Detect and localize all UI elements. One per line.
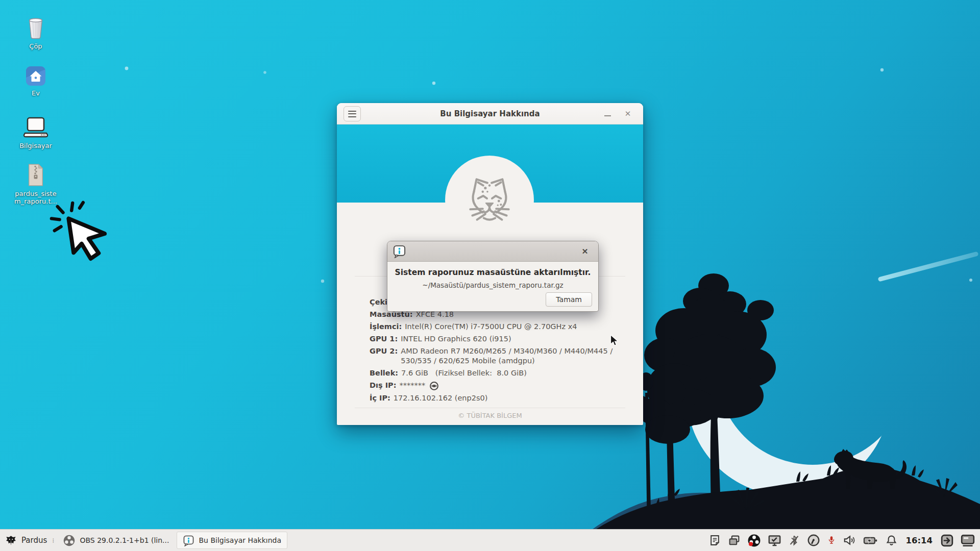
info-row-internal-ip: İç IP: 172.16.102.162 (enp2s0) [370,393,616,403]
menu-button[interactable] [344,106,361,121]
battery-charging-icon[interactable] [863,534,878,547]
computer-icon [22,116,49,139]
info-dialog: ✕ Sistem raporunuz masaüstüne aktarılmış… [387,241,599,312]
info-row-gpu1: GPU 1: INTEL HD Graphics 620 (i915) [370,334,616,344]
workspace-pager-icon[interactable] [961,534,975,547]
info-row-gpu2: GPU 2: AMD Radeon R7 M260/M265 / M340/M3… [370,346,616,366]
trash-icon [25,16,46,39]
pardus-logo-circle [445,156,534,244]
desktop-icon-computer[interactable]: Bilgisayar [5,116,66,149]
pardus-start-icon [5,534,17,547]
archive-file-icon [26,163,45,187]
notification-bell-icon[interactable] [885,534,898,547]
gauge-icon[interactable] [807,534,820,547]
desktop-icon-home[interactable]: Ev [5,66,66,97]
info-row-cpu: İşlemci: Intel(R) Core(TM) i7-7500U CPU … [370,322,616,332]
panel-handle[interactable]: ⁞ [52,537,53,544]
system-tray: 16:14 [708,530,980,551]
pardus-leopard-logo-icon [458,169,521,231]
clock[interactable]: 16:14 [905,536,933,545]
divider [355,408,625,408]
task-button-obs[interactable]: OBS 29.0.2.1-1+b1 (lin... [57,532,175,549]
start-label: Pardus [21,536,47,545]
ok-button[interactable]: Tamam [546,292,592,307]
dialog-file-path: ~/Masaüstü/pardus_sistem_raporu.tar.gz [387,281,598,289]
minimize-button[interactable] [598,103,617,124]
shooting-star [880,254,976,279]
dialog-message: Sistem raporunuz masaüstüne aktarılmıştı… [387,268,598,277]
home-icon [26,66,46,86]
dialog-titlebar[interactable]: ✕ [387,241,598,262]
task-label: Bu Bilgisayar Hakkında [199,536,281,544]
info-row-external-ip: Dış IP: ******* [370,381,616,391]
task-label: OBS 29.0.2.1-1+b1 (lin... [80,536,169,544]
system-info-list: Çekirdek: Masaüstü: XFCE 4.18 İşlemci: I… [370,297,616,406]
microphone-icon[interactable] [827,535,836,546]
window-titlebar[interactable]: Bu Bilgisayar Hakkında ✕ [337,103,643,124]
desktop-icon-trash[interactable]: Çöp [5,16,66,50]
show-ip-eye-icon[interactable] [429,381,439,391]
obs-icon [63,534,76,547]
window-title: Bu Bilgisayar Hakkında [337,109,643,118]
obs-tray-icon[interactable] [747,534,761,547]
dialog-close-button[interactable]: ✕ [578,241,592,262]
info-bubble-icon [183,535,194,546]
notes-icon[interactable] [708,534,721,547]
volume-icon[interactable] [843,534,856,547]
taskbar: Pardus ⁞ OBS 29.0.2.1-1+b1 (lin... Bu Bi… [0,529,980,551]
desktop-icon-label: Ev [32,89,40,97]
desktop-icon-label: Çöp [29,42,42,50]
bluetooth-disabled-icon[interactable] [788,534,800,546]
windows-stack-icon[interactable] [728,534,741,547]
desktop-icon-label: pardus_siste m_raporu.t... [14,190,57,205]
display-check-icon[interactable] [768,534,781,547]
window-footer: © TÜBİTAK BİLGEM [337,412,643,419]
info-bubble-icon [393,244,406,258]
close-button[interactable]: ✕ [619,103,637,124]
desktop-icon-label: Bilgisayar [19,142,52,149]
task-button-about[interactable]: Bu Bilgisayar Hakkında [177,532,287,549]
start-menu-button[interactable]: Pardus [0,530,52,551]
desktop-icon-report-archive[interactable]: pardus_siste m_raporu.t... [5,163,66,205]
info-row-memory: Bellek: 7.6 GiB (Fiziksel Bellek: 8.0 Gi… [370,368,616,378]
logout-icon[interactable] [940,534,954,547]
